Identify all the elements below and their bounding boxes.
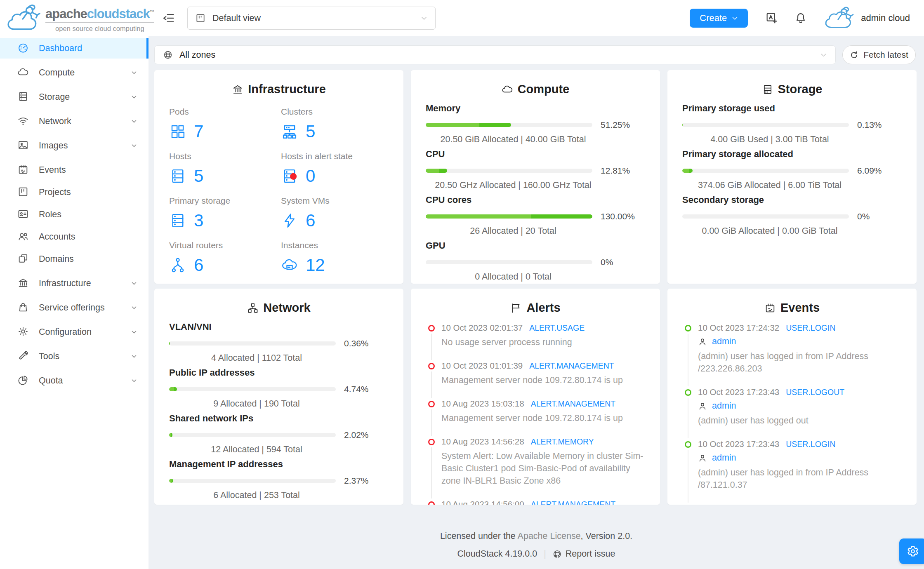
- event-user-link[interactable]: admin: [712, 453, 736, 463]
- event-user-link[interactable]: admin: [712, 336, 736, 347]
- bank-icon: [232, 84, 243, 95]
- alert-type-link[interactable]: ALERT.MANAGEMENT: [531, 399, 616, 409]
- pie-chart-icon: [17, 374, 30, 387]
- sidebar-item-compute[interactable]: Compute: [0, 62, 148, 83]
- sidebar-item-service-offerings[interactable]: Service offerings: [0, 297, 148, 318]
- sidebar-item-domains[interactable]: Domains: [0, 249, 148, 269]
- alert-dot-icon: [428, 439, 435, 445]
- logo-wordmark: apachecloudstack™: [45, 7, 154, 20]
- sidebar-item-infrastructure[interactable]: Infrastructure: [0, 273, 148, 294]
- compute-card-title: Compute: [426, 82, 645, 96]
- user-avatar[interactable]: [821, 5, 857, 31]
- sidebar-item-events[interactable]: Events: [0, 160, 148, 180]
- zone-select[interactable]: All zones: [154, 45, 836, 64]
- app-logo[interactable]: apachecloudstack™ open source cloud comp…: [0, 0, 148, 36]
- progress-bar: [426, 123, 592, 127]
- settings-gear-button[interactable]: [899, 538, 924, 564]
- storage-card: Storage Primary storage used 0.13% 4.00 …: [667, 70, 917, 284]
- fetch-latest-button[interactable]: Fetch latest: [842, 45, 916, 64]
- cloud-server-icon: [281, 256, 298, 274]
- sidebar-item-configuration[interactable]: Configuration: [0, 322, 148, 342]
- progress-bar: [682, 214, 849, 219]
- metric-primary-storage-allocated: Primary storage allocated 6.09% 374.06 G…: [682, 148, 902, 190]
- alert-type-link[interactable]: ALERT.USAGE: [529, 323, 585, 333]
- progress-bar: [426, 260, 592, 264]
- metric-cpu-cores: CPU cores 130.00% 26 Allocated | 20 Tota…: [426, 194, 645, 236]
- pods-icon: [169, 123, 186, 140]
- chevron-down-icon: [130, 118, 138, 125]
- translate-icon[interactable]: [765, 12, 778, 25]
- cloud-icon: [17, 66, 30, 79]
- sidebar-item-network[interactable]: Network: [0, 111, 148, 132]
- view-select-value: Default view: [212, 13, 261, 24]
- team-icon: [17, 230, 30, 243]
- event-type-link[interactable]: USER.LOGOUT: [786, 388, 844, 397]
- apache-license-link[interactable]: Apache License: [518, 531, 581, 541]
- idcard-icon: [17, 208, 30, 221]
- alert-dot-icon: [428, 401, 435, 407]
- alert-type-link[interactable]: ALERT.MANAGEMENT: [531, 500, 616, 505]
- bell-icon[interactable]: [794, 12, 807, 25]
- event-user-link[interactable]: admin: [712, 401, 736, 411]
- fork-icon: [169, 256, 186, 274]
- sidebar-item-dashboard[interactable]: Dashboard: [0, 38, 148, 59]
- progress-bar: [169, 341, 336, 346]
- sidebar-item-storage[interactable]: Storage: [0, 87, 148, 107]
- hosts-icon: [169, 167, 186, 185]
- reload-icon: [850, 51, 858, 59]
- chevron-down-icon: [732, 15, 738, 21]
- sidebar-menu: Dashboard Compute Storage Network Images…: [0, 38, 148, 391]
- event-type-link[interactable]: USER.LOGIN: [786, 323, 835, 333]
- chevron-down-icon: [130, 328, 138, 336]
- alert-entry: 10 Aug 2023 15:03:18ALERT.MANAGEMENT Man…: [428, 399, 645, 424]
- alert-type-link[interactable]: ALERT.MANAGEMENT: [529, 361, 614, 371]
- event-type-link[interactable]: USER.LOGOUT: [786, 504, 844, 505]
- menu-fold-icon[interactable]: [163, 12, 175, 24]
- thunderbolt-icon: [281, 212, 298, 229]
- metric-shared-network-ips: Shared network IPs 2.02% 12 Allocated | …: [169, 413, 389, 455]
- chevron-down-icon: [130, 377, 138, 384]
- calendar-check-icon: [764, 302, 776, 314]
- zone-select-value: All zones: [179, 50, 215, 60]
- top-header: Default view Create admin cloud: [148, 0, 924, 36]
- event-entry: 10 Oct 2023 17:22:42USER.LOGOUT: [685, 503, 902, 505]
- alert-type-link[interactable]: ALERT.MEMORY: [531, 437, 594, 447]
- picture-icon: [17, 139, 30, 152]
- event-type-link[interactable]: USER.LOGIN: [786, 440, 835, 449]
- cloud-icon: [502, 84, 513, 95]
- chevron-down-icon: [130, 93, 138, 101]
- view-select[interactable]: Default view: [187, 7, 436, 30]
- alerts-timeline: 10 Oct 2023 02:01:37ALERT.USAGE No usage…: [426, 323, 645, 505]
- hdd-icon: [762, 84, 773, 95]
- chevron-down-icon: [130, 69, 138, 76]
- stat-clusters: Clusters 5: [281, 107, 389, 141]
- alerts-card-title: Alerts: [426, 301, 645, 315]
- project-view-icon: [195, 13, 206, 24]
- sidebar-item-images[interactable]: Images: [0, 135, 148, 156]
- infrastructure-card-title: Infrastructure: [169, 82, 389, 96]
- create-button[interactable]: Create: [690, 9, 748, 28]
- sidebar-item-accounts[interactable]: Accounts: [0, 226, 148, 247]
- sidebar-item-quota[interactable]: Quota: [0, 370, 148, 391]
- calendar-check-icon: [17, 164, 30, 176]
- event-entry: 10 Oct 2023 17:24:32USER.LOGIN admin (ad…: [685, 323, 902, 375]
- progress-bar: [169, 387, 336, 391]
- shopping-bag-icon: [17, 301, 30, 314]
- org-chart-icon: [247, 302, 259, 314]
- cloudmonkey-logo-icon: [6, 3, 44, 35]
- metric-cpu: CPU 12.81% 20.50 GHz Allocated | 160.00 …: [426, 148, 645, 190]
- progress-bar: [682, 169, 849, 173]
- alert-dot-icon: [428, 363, 435, 369]
- metric-management-ip: Management IP addresses 2.37% 6 Allocate…: [169, 458, 389, 501]
- compute-card: Compute Memory 51.25% 20.50 GiB Allocate…: [411, 70, 660, 284]
- events-card: Events 10 Oct 2023 17:24:32USER.LOGIN ad…: [667, 289, 917, 505]
- sidebar-item-roles[interactable]: Roles: [0, 204, 148, 225]
- event-entry: 10 Oct 2023 17:23:43USER.LOGIN admin (ad…: [685, 439, 902, 491]
- report-issue-link[interactable]: Report issue: [566, 549, 615, 559]
- sidebar-item-tools[interactable]: Tools: [0, 346, 148, 367]
- project-icon: [17, 186, 30, 198]
- event-dot-icon: [685, 325, 691, 332]
- hosts-alert-icon: [281, 167, 298, 185]
- sidebar-item-projects[interactable]: Projects: [0, 182, 148, 202]
- network-card: Network VLAN/VNI 0.36% 4 Allocated | 110…: [154, 289, 403, 505]
